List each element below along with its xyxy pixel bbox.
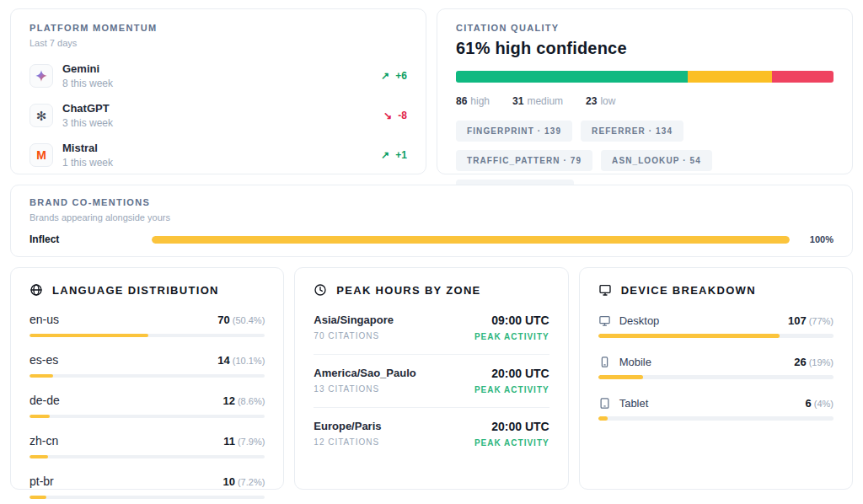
mistral-icon: M bbox=[29, 143, 53, 167]
mistral-logo-glyph: M bbox=[36, 149, 46, 161]
stat-medium-label: medium bbox=[527, 95, 563, 107]
peak-hours-header: PEAK HOURS BY ZONE bbox=[314, 283, 549, 297]
language-bar-track bbox=[29, 415, 265, 418]
monitor-icon bbox=[598, 283, 612, 297]
device-bar-fill bbox=[598, 334, 780, 338]
zone-peak-status: PEAK ACTIVITY bbox=[474, 385, 549, 394]
device-row-mobile: Mobile 26(19%) bbox=[598, 356, 834, 379]
language-bar-fill bbox=[29, 374, 53, 378]
device-percent: (77%) bbox=[809, 316, 834, 326]
tag-referrer[interactable]: REFERRER · 134 bbox=[581, 121, 683, 142]
clock-icon bbox=[314, 283, 327, 297]
device-bar-track bbox=[598, 416, 834, 421]
device-percent: (19%) bbox=[809, 357, 834, 367]
language-percent: (7.2%) bbox=[238, 477, 265, 487]
brand-row-inflect: Inflect 100% bbox=[29, 233, 834, 245]
language-row-de-de: de-de 12(8.6%) bbox=[29, 394, 265, 418]
platform-name: ChatGPT bbox=[62, 102, 113, 115]
zone-peak-status: PEAK ACTIVITY bbox=[474, 438, 549, 448]
trend-indicator: ↗ +1 bbox=[381, 149, 407, 161]
language-percent: (7.9%) bbox=[238, 437, 265, 447]
device-percent: (4%) bbox=[814, 399, 834, 409]
platform-momentum-title: PLATFORM MOMENTUM bbox=[29, 23, 407, 33]
zone-name: America/Sao_Paulo bbox=[314, 367, 415, 379]
language-row-zh-cn: zh-cn 11(7.9%) bbox=[29, 434, 265, 458]
zone-name: Europe/Paris bbox=[314, 420, 381, 432]
stat-low-label: low bbox=[600, 95, 615, 107]
platform-row-chatgpt: ✻ ChatGPT 3 this week ↘ -8 bbox=[29, 102, 407, 129]
device-breakdown-panel: DEVICE BREAKDOWN Desktop 107(77%) bbox=[579, 267, 853, 490]
stat-high: 86high bbox=[456, 95, 490, 107]
platform-meta: 8 this week bbox=[62, 78, 113, 89]
trend-delta: +6 bbox=[395, 70, 407, 82]
language-code: es-es bbox=[29, 353, 58, 367]
zone-peak-time: 20:00 UTC bbox=[474, 367, 549, 380]
language-row-en-us: en-us 70(50.4%) bbox=[29, 313, 265, 337]
platform-meta: 3 this week bbox=[62, 117, 113, 129]
language-row-pt-br: pt-br 10(7.2%) bbox=[29, 475, 265, 499]
chatgpt-icon: ✻ bbox=[29, 104, 53, 127]
trend-delta: -8 bbox=[398, 110, 407, 121]
brand-percent: 100% bbox=[790, 234, 834, 244]
citation-quality-title: CITATION QUALITY bbox=[456, 23, 834, 33]
platform-row-mistral: M Mistral 1 this week ↗ +1 bbox=[29, 142, 407, 169]
stat-high-count: 86 bbox=[456, 95, 467, 107]
peak-hours-title: PEAK HOURS BY ZONE bbox=[336, 284, 480, 297]
bottom-row: LANGUAGE DISTRIBUTION en-us 70(50.4%) es… bbox=[10, 267, 853, 490]
language-code: de-de bbox=[29, 394, 60, 407]
device-bar-fill bbox=[598, 375, 643, 379]
platform-name: Mistral bbox=[62, 142, 113, 154]
tablet-icon bbox=[598, 397, 611, 410]
brand-bar-track bbox=[152, 236, 790, 244]
citation-quality-panel: CITATION QUALITY 61% high confidence 86h… bbox=[437, 8, 853, 174]
brand-bar-fill bbox=[152, 236, 790, 244]
tag-asn-lookup[interactable]: ASN_LOOKUP · 54 bbox=[601, 150, 712, 171]
language-distribution-title: LANGUAGE DISTRIBUTION bbox=[52, 284, 219, 297]
zone-peak-time: 09:00 UTC bbox=[474, 314, 549, 327]
zone-citations: 12 CITATIONS bbox=[314, 437, 381, 447]
platform-momentum-panel: PLATFORM MOMENTUM Last 7 days bbox=[10, 8, 426, 174]
language-bar-track bbox=[29, 496, 265, 499]
zone-row-paris: Europe/Paris 12 CITATIONS 20:00 UTC PEAK… bbox=[314, 408, 549, 460]
trend-up-arrow-icon: ↗ bbox=[381, 149, 389, 161]
language-count: 14(10.1%) bbox=[217, 354, 265, 367]
tag-fingerprint[interactable]: FINGERPRINT · 139 bbox=[456, 121, 572, 142]
platform-momentum-subtitle: Last 7 days bbox=[29, 38, 407, 48]
platform-list: Gemini 8 this week ↗ +6 ✻ ChatGPT 3 this… bbox=[29, 62, 407, 169]
stat-low-count: 23 bbox=[586, 95, 597, 107]
platform-row-text: Gemini 8 this week bbox=[62, 62, 113, 89]
platform-row-gemini: Gemini 8 this week ↗ +6 bbox=[29, 62, 407, 89]
peak-hours-list: Asia/Singapore 70 CITATIONS 09:00 UTC PE… bbox=[314, 302, 549, 460]
language-bar-fill bbox=[29, 415, 50, 418]
zone-row-sao-paulo: America/Sao_Paulo 13 CITATIONS 20:00 UTC… bbox=[314, 355, 549, 408]
trend-up-arrow-icon: ↗ bbox=[381, 70, 389, 82]
zone-info: Europe/Paris 12 CITATIONS bbox=[314, 420, 381, 448]
zone-time-info: 09:00 UTC PEAK ACTIVITY bbox=[474, 314, 549, 341]
segment-medium bbox=[688, 71, 771, 83]
zone-info: America/Sao_Paulo 13 CITATIONS bbox=[314, 367, 415, 394]
language-count: 70(50.4%) bbox=[217, 314, 265, 326]
language-bar-track bbox=[29, 334, 265, 337]
gemini-icon bbox=[29, 64, 53, 88]
device-count: 107(77%) bbox=[788, 314, 834, 327]
zone-time-info: 20:00 UTC PEAK ACTIVITY bbox=[474, 367, 549, 394]
device-label: Desktop bbox=[619, 314, 660, 327]
tag-traffic-pattern[interactable]: TRAFFIC_PATTERN · 79 bbox=[456, 150, 592, 171]
language-count: 11(7.9%) bbox=[223, 435, 265, 448]
stat-low: 23low bbox=[586, 95, 615, 107]
language-distribution-header: LANGUAGE DISTRIBUTION bbox=[29, 283, 265, 297]
trend-delta: +1 bbox=[395, 149, 407, 161]
desktop-icon bbox=[598, 314, 611, 327]
device-count: 26(19%) bbox=[794, 356, 834, 368]
language-code: zh-cn bbox=[29, 434, 58, 448]
stat-medium-count: 31 bbox=[512, 95, 523, 107]
confidence-stats: 86high 31medium 23low bbox=[456, 95, 834, 107]
platform-name: Gemini bbox=[62, 62, 113, 75]
language-distribution-panel: LANGUAGE DISTRIBUTION en-us 70(50.4%) es… bbox=[10, 267, 284, 490]
trend-down-arrow-icon: ↘ bbox=[383, 110, 392, 121]
language-bar-track bbox=[29, 455, 265, 458]
globe-icon bbox=[29, 283, 43, 297]
device-bar-fill bbox=[598, 416, 608, 421]
language-percent: (50.4%) bbox=[233, 315, 265, 325]
device-count: 6(4%) bbox=[806, 397, 834, 410]
